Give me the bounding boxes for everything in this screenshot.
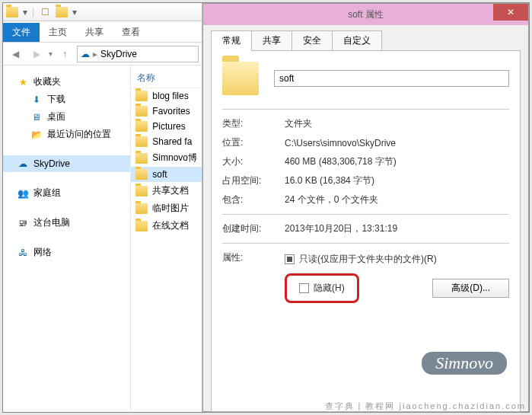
forward-button[interactable]: ▶ xyxy=(27,45,46,63)
dialog-title: soft 属性 xyxy=(348,8,384,21)
size-on-disk-label: 占用空间: xyxy=(222,174,285,187)
separator xyxy=(222,214,509,215)
list-item[interactable]: Favorites xyxy=(131,104,202,119)
nav-recent[interactable]: 📂最近访问的位置 xyxy=(3,126,130,143)
hidden-checkbox-row[interactable]: 隐藏(H) xyxy=(299,282,345,295)
created-label: 创建时间: xyxy=(222,222,285,235)
tab-file[interactable]: 文件 xyxy=(3,23,40,42)
folder-icon xyxy=(135,121,148,132)
folder-icon xyxy=(135,106,148,117)
new-folder-icon[interactable] xyxy=(56,6,68,18)
readonly-checkbox-row[interactable]: 只读(仅应用于文件夹中的文件)(R) xyxy=(285,253,509,266)
list-item[interactable]: 共享文档 xyxy=(131,182,202,200)
folder-icon xyxy=(135,91,148,101)
list-item[interactable]: blog files xyxy=(131,88,202,104)
type-value: 文件夹 xyxy=(285,117,509,130)
separator xyxy=(222,109,509,110)
readonly-label: 只读(仅应用于文件夹中的文件)(R) xyxy=(299,253,437,266)
overflow-icon[interactable]: ▾ xyxy=(72,7,77,18)
list-item[interactable]: Simnovo博 xyxy=(131,149,202,167)
nav-skydrive[interactable]: ☁SkyDrive xyxy=(3,155,130,172)
size-label: 大小: xyxy=(222,155,285,168)
list-item[interactable]: Shared fa xyxy=(131,134,202,149)
footer-watermark: 查字典 | 教程网 jiaocheng.chazidian.com xyxy=(325,401,527,412)
folder-icon xyxy=(135,169,148,180)
recent-icon: 📂 xyxy=(30,129,43,141)
tab-sharing[interactable]: 共享 xyxy=(251,30,292,51)
type-label: 类型: xyxy=(222,117,285,130)
breadcrumb-root[interactable]: SkyDrive xyxy=(100,49,137,59)
explorer-titlebar: ▾ | ☐ ▾ xyxy=(3,3,202,21)
size-on-disk-value: 16.0 KB (16,384 字节) xyxy=(285,174,509,187)
folder-icon xyxy=(135,186,148,196)
dropdown-icon[interactable]: ▾ xyxy=(23,7,27,18)
content-pane: 名称 blog files Favorites Pictures Shared … xyxy=(131,65,202,412)
close-button[interactable]: ✕ xyxy=(493,4,528,21)
nav-downloads[interactable]: ⬇下载 xyxy=(3,91,130,108)
contains-label: 包含: xyxy=(222,193,285,206)
skydrive-icon: ☁ xyxy=(81,49,90,59)
tab-share[interactable]: 共享 xyxy=(76,23,113,42)
back-button[interactable]: ◀ xyxy=(6,45,24,63)
location-label: 位置: xyxy=(222,136,285,149)
star-icon: ★ xyxy=(17,76,29,88)
hidden-label: 隐藏(H) xyxy=(314,282,345,295)
folder-name-input[interactable] xyxy=(274,70,509,87)
nav-thispc[interactable]: 🖳这台电脑 xyxy=(3,214,130,231)
tab-customize[interactable]: 自定义 xyxy=(332,30,382,51)
readonly-checkbox[interactable] xyxy=(285,254,295,264)
properties-icon[interactable]: ☐ xyxy=(39,6,51,18)
network-icon: 🖧 xyxy=(17,247,29,259)
close-icon: ✕ xyxy=(507,7,514,18)
attributes-label: 属性: xyxy=(222,251,285,264)
properties-dialog: soft 属性 ✕ 常规 共享 安全 自定义 类型:文件夹 位置:C:\User… xyxy=(202,3,529,412)
navigation-pane: ★收藏夹 ⬇下载 🖥桌面 📂最近访问的位置 ☁SkyDrive 👥家庭组 🖳这台… xyxy=(3,65,131,412)
folder-icon xyxy=(135,153,148,164)
computer-icon: 🖳 xyxy=(17,217,29,229)
size-value: 460 MB (483,306,718 字节) xyxy=(285,155,509,168)
desktop-icon: 🖥 xyxy=(30,111,43,123)
nav-homegroup[interactable]: 👥家庭组 xyxy=(3,184,130,202)
download-icon: ⬇ xyxy=(30,94,43,106)
created-value: 2013年10月20日，13:31:19 xyxy=(285,222,509,235)
nav-desktop[interactable]: 🖥桌面 xyxy=(3,108,130,126)
tab-security[interactable]: 安全 xyxy=(291,30,333,51)
tab-general[interactable]: 常规 xyxy=(211,30,252,51)
hidden-checkbox[interactable] xyxy=(299,283,309,293)
watermark: Simnovo xyxy=(422,352,507,375)
advanced-button[interactable]: 高级(D)... xyxy=(432,279,509,298)
folder-icon xyxy=(135,136,148,147)
explorer-window: ▾ | ☐ ▾ 文件 主页 共享 查看 ◀ ▶ ▾ ↑ ☁ ▸ SkyDrive xyxy=(3,3,202,412)
divider: | xyxy=(32,7,34,18)
separator xyxy=(222,243,509,244)
folder-icon xyxy=(135,203,148,214)
hidden-highlight: 隐藏(H) xyxy=(285,273,359,303)
list-item[interactable]: Pictures xyxy=(131,119,202,134)
folder-large-icon xyxy=(222,62,259,95)
history-dropdown-icon[interactable]: ▾ xyxy=(49,49,53,58)
homegroup-icon: 👥 xyxy=(17,187,29,200)
address-bar: ◀ ▶ ▾ ↑ ☁ ▸ SkyDrive xyxy=(3,43,202,65)
folder-icon xyxy=(135,221,148,231)
list-item[interactable]: 在线文档 xyxy=(131,217,202,235)
tab-home[interactable]: 主页 xyxy=(40,23,76,42)
properties-tabs: 常规 共享 安全 自定义 xyxy=(203,25,528,50)
ribbon-tabs: 文件 主页 共享 查看 xyxy=(3,21,202,43)
location-value: C:\Users\simnovo\SkyDrive xyxy=(285,138,509,148)
list-item[interactable]: soft xyxy=(131,167,202,182)
dialog-titlebar[interactable]: soft 属性 ✕ xyxy=(203,4,528,25)
up-button[interactable]: ↑ xyxy=(56,45,74,63)
folder-icon xyxy=(6,6,18,18)
tab-view[interactable]: 查看 xyxy=(113,23,149,42)
skydrive-icon: ☁ xyxy=(17,158,29,170)
nav-network[interactable]: 🖧网络 xyxy=(3,244,130,261)
contains-value: 24 个文件，0 个文件夹 xyxy=(285,193,509,206)
breadcrumb[interactable]: ☁ ▸ SkyDrive xyxy=(77,46,199,62)
column-header-name[interactable]: 名称 xyxy=(131,69,202,88)
nav-favorites[interactable]: ★收藏夹 xyxy=(3,73,130,91)
list-item[interactable]: 临时图片 xyxy=(131,200,202,217)
